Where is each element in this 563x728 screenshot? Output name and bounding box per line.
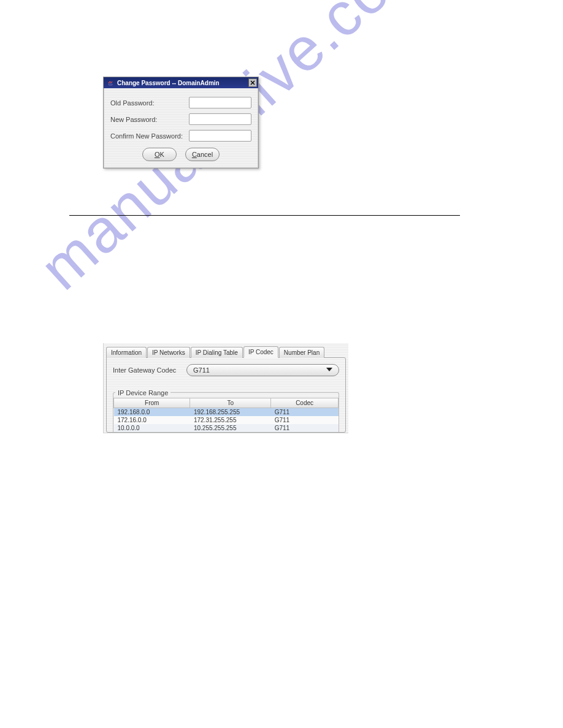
cell-to: 10.255.255.255 xyxy=(190,424,271,432)
tab-ip-codec[interactable]: IP Codec xyxy=(243,346,278,358)
dialog-body: Old Password: New Password: Confirm New … xyxy=(104,88,258,168)
cell-codec: G711 xyxy=(271,424,339,432)
tab-information[interactable]: Information xyxy=(106,347,147,358)
tab-content: Inter Gateway Codec G711 IP Device Range… xyxy=(106,357,346,433)
svg-point-0 xyxy=(109,84,113,85)
table-header-row: From To Codec xyxy=(114,398,339,408)
cancel-button[interactable]: Cancel xyxy=(185,148,220,161)
inter-gateway-codec-label: Inter Gateway Codec xyxy=(113,366,186,374)
tab-number-plan[interactable]: Number Plan xyxy=(279,347,324,358)
table-row[interactable]: 192.168.0.0 192.168.255.255 G711 xyxy=(114,408,339,417)
new-password-row: New Password: xyxy=(110,113,251,125)
ip-device-range-group: From To Codec 192.168.0.0 192.168.255.25… xyxy=(113,392,339,432)
inter-gateway-codec-select[interactable]: G711 xyxy=(186,364,339,376)
cell-from: 172.16.0.0 xyxy=(114,416,190,424)
chevron-down-icon xyxy=(326,368,332,371)
ip-codec-panel: Information IP Networks IP Dialing Table… xyxy=(103,343,348,433)
new-password-label: New Password: xyxy=(110,116,189,123)
cell-codec: G711 xyxy=(271,416,339,424)
ip-device-range-table: From To Codec 192.168.0.0 192.168.255.25… xyxy=(113,398,339,432)
change-password-dialog: Change Password -- DomainAdmin Old Passw… xyxy=(103,77,259,169)
confirm-password-label: Confirm New Password: xyxy=(110,132,189,140)
old-password-input[interactable] xyxy=(189,97,251,108)
cell-codec: G711 xyxy=(271,408,339,417)
tab-ip-networks[interactable]: IP Networks xyxy=(147,347,190,358)
old-password-row: Old Password: xyxy=(110,97,251,108)
ok-button[interactable]: OK xyxy=(142,148,177,161)
cell-to: 172.31.255.255 xyxy=(190,416,271,424)
col-from[interactable]: From xyxy=(114,398,190,408)
java-cup-icon xyxy=(106,78,115,87)
table-row[interactable]: 10.0.0.0 10.255.255.255 G711 xyxy=(114,424,339,432)
confirm-password-input[interactable] xyxy=(189,130,251,142)
dialog-titlebar[interactable]: Change Password -- DomainAdmin xyxy=(104,77,258,88)
col-to[interactable]: To xyxy=(190,398,271,408)
table-row[interactable]: 172.16.0.0 172.31.255.255 G711 xyxy=(114,416,339,424)
tab-strip: Information IP Networks IP Dialing Table… xyxy=(104,343,348,357)
close-icon[interactable] xyxy=(248,78,257,87)
cell-to: 192.168.255.255 xyxy=(190,408,271,417)
ip-device-range-label: IP Device Range xyxy=(115,389,170,396)
col-codec[interactable]: Codec xyxy=(271,398,339,408)
section-divider xyxy=(69,215,460,216)
tab-ip-dialing-table[interactable]: IP Dialing Table xyxy=(191,347,243,358)
cell-from: 10.0.0.0 xyxy=(114,424,190,432)
inter-gateway-codec-row: Inter Gateway Codec G711 xyxy=(113,364,339,376)
dialog-button-row: OK Cancel xyxy=(110,148,251,161)
dialog-title: Change Password -- DomainAdmin xyxy=(117,80,248,86)
new-password-input[interactable] xyxy=(189,113,251,125)
cell-from: 192.168.0.0 xyxy=(114,408,190,417)
inter-gateway-codec-value: G711 xyxy=(193,366,210,374)
confirm-password-row: Confirm New Password: xyxy=(110,130,251,142)
old-password-label: Old Password: xyxy=(110,99,189,107)
